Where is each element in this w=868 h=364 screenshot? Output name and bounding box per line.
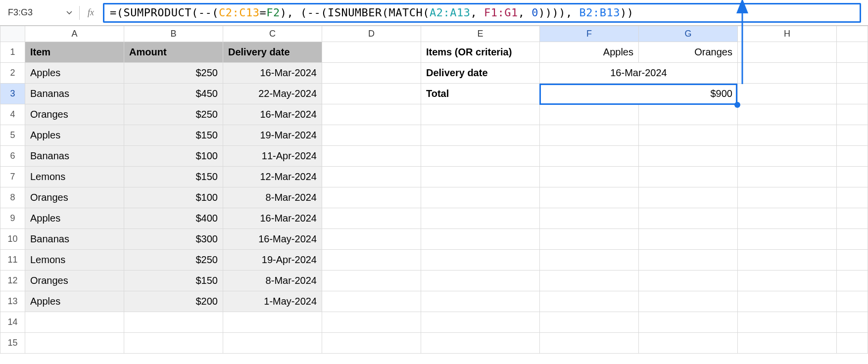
cell-h12[interactable] — [738, 271, 837, 291]
cell-c12[interactable]: 8-Mar-2024 — [223, 271, 322, 291]
cell-e8[interactable] — [421, 187, 540, 208]
cell-e10[interactable] — [421, 229, 540, 250]
row-header-6[interactable]: 6 — [0, 146, 25, 167]
name-box-dropdown-icon[interactable] — [62, 11, 76, 15]
cell-b1[interactable]: Amount — [124, 42, 223, 63]
cell-c9[interactable]: 16-Mar-2024 — [223, 208, 322, 229]
cell-a10[interactable]: Bananas — [25, 229, 124, 250]
cell-f2g2[interactable]: 16-Mar-2024 — [540, 63, 738, 84]
cell-f11[interactable] — [540, 250, 639, 271]
cell-a5[interactable]: Apples — [25, 125, 124, 146]
cell-b3[interactable]: $450 — [124, 84, 223, 104]
cell-a2[interactable]: Apples — [25, 63, 124, 84]
cell-b13[interactable]: $200 — [124, 291, 223, 312]
cell-g8[interactable] — [639, 187, 738, 208]
cell-g1[interactable]: Oranges — [639, 42, 738, 63]
cell-c11[interactable]: 19-Apr-2024 — [223, 250, 322, 271]
cell-h7[interactable] — [738, 167, 837, 187]
cell-i9[interactable] — [837, 208, 868, 229]
cell-d5[interactable] — [322, 125, 421, 146]
cell-f5[interactable] — [540, 125, 639, 146]
row-header-7[interactable]: 7 — [0, 167, 25, 187]
cell-e9[interactable] — [421, 208, 540, 229]
cell-e6[interactable] — [421, 146, 540, 167]
cell-c7[interactable]: 12-Mar-2024 — [223, 167, 322, 187]
select-all-corner[interactable] — [0, 26, 25, 42]
cell-a15[interactable] — [25, 333, 124, 354]
cell-i3[interactable] — [837, 84, 868, 104]
cell-d10[interactable] — [322, 229, 421, 250]
cell-g9[interactable] — [639, 208, 738, 229]
row-header-14[interactable]: 14 — [0, 312, 25, 333]
formula-input[interactable]: =(SUMPRODUCT(--(C2:C13=F2), (--(ISNUMBER… — [103, 3, 861, 23]
row-header-12[interactable]: 12 — [0, 271, 25, 291]
cell-d7[interactable] — [322, 167, 421, 187]
cell-d6[interactable] — [322, 146, 421, 167]
cell-b7[interactable]: $150 — [124, 167, 223, 187]
cell-h1[interactable] — [738, 42, 837, 63]
cell-f7[interactable] — [540, 167, 639, 187]
cell-i7[interactable] — [837, 167, 868, 187]
cell-a7[interactable]: Lemons — [25, 167, 124, 187]
row-header-5[interactable]: 5 — [0, 125, 25, 146]
cell-b10[interactable]: $300 — [124, 229, 223, 250]
row-header-3[interactable]: 3 — [0, 84, 25, 104]
col-header-d[interactable]: D — [322, 26, 421, 42]
cell-i2[interactable] — [837, 63, 868, 84]
cell-d9[interactable] — [322, 208, 421, 229]
row-header-1[interactable]: 1 — [0, 42, 25, 63]
cell-d14[interactable] — [322, 312, 421, 333]
cell-d11[interactable] — [322, 250, 421, 271]
cell-f8[interactable] — [540, 187, 639, 208]
cell-a11[interactable]: Lemons — [25, 250, 124, 271]
cell-h5[interactable] — [738, 125, 837, 146]
col-header-e[interactable]: E — [421, 26, 540, 42]
cell-f4[interactable] — [540, 104, 639, 125]
cell-a13[interactable]: Apples — [25, 291, 124, 312]
cell-h15[interactable] — [738, 333, 837, 354]
cell-f6[interactable] — [540, 146, 639, 167]
cell-h13[interactable] — [738, 291, 837, 312]
row-header-15[interactable]: 15 — [0, 333, 25, 354]
cell-e11[interactable] — [421, 250, 540, 271]
cell-e12[interactable] — [421, 271, 540, 291]
cell-c8[interactable]: 8-Mar-2024 — [223, 187, 322, 208]
cell-h2[interactable] — [738, 63, 837, 84]
col-header-c[interactable]: C — [223, 26, 322, 42]
cell-h11[interactable] — [738, 250, 837, 271]
row-header-4[interactable]: 4 — [0, 104, 25, 125]
cell-c10[interactable]: 16-May-2024 — [223, 229, 322, 250]
cell-d1[interactable] — [322, 42, 421, 63]
cell-b14[interactable] — [124, 312, 223, 333]
cell-i6[interactable] — [837, 146, 868, 167]
cell-c6[interactable]: 11-Apr-2024 — [223, 146, 322, 167]
cell-d12[interactable] — [322, 271, 421, 291]
cell-b12[interactable]: $150 — [124, 271, 223, 291]
cell-f1[interactable]: Apples — [540, 42, 639, 63]
col-header-a[interactable]: A — [25, 26, 124, 42]
name-box[interactable]: F3:G3 — [3, 4, 62, 21]
cell-c1[interactable]: Delivery date — [223, 42, 322, 63]
cell-c14[interactable] — [223, 312, 322, 333]
cell-e3[interactable]: Total — [421, 84, 540, 104]
cell-h6[interactable] — [738, 146, 837, 167]
cell-e13[interactable] — [421, 291, 540, 312]
cell-h8[interactable] — [738, 187, 837, 208]
cell-h10[interactable] — [738, 229, 837, 250]
cell-a4[interactable]: Oranges — [25, 104, 124, 125]
cell-e2[interactable]: Delivery date — [421, 63, 540, 84]
cell-c2[interactable]: 16-Mar-2024 — [223, 63, 322, 84]
cell-g12[interactable] — [639, 271, 738, 291]
col-header-b[interactable]: B — [124, 26, 223, 42]
cell-g6[interactable] — [639, 146, 738, 167]
cell-a12[interactable]: Oranges — [25, 271, 124, 291]
cell-g15[interactable] — [639, 333, 738, 354]
cell-e14[interactable] — [421, 312, 540, 333]
cell-f14[interactable] — [540, 312, 639, 333]
cell-f9[interactable] — [540, 208, 639, 229]
cell-e4[interactable] — [421, 104, 540, 125]
col-header-f[interactable]: F — [540, 26, 639, 42]
row-header-10[interactable]: 10 — [0, 229, 25, 250]
cell-d2[interactable] — [322, 63, 421, 84]
row-header-8[interactable]: 8 — [0, 187, 25, 208]
